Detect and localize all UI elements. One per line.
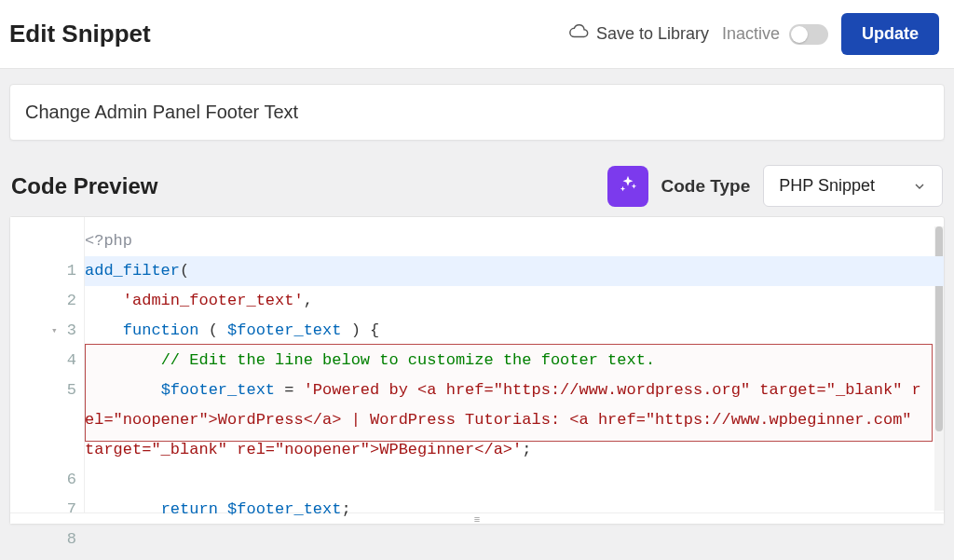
line-number: 5 bbox=[10, 376, 84, 465]
code-type-value: PHP Snippet bbox=[779, 176, 875, 196]
code-line: // Edit the line below to customize the … bbox=[85, 346, 944, 376]
code-line: <?php bbox=[85, 226, 944, 256]
code-line: 'admin_footer_text', bbox=[85, 286, 944, 316]
line-number: 6 bbox=[10, 465, 84, 495]
line-number[interactable]: 3 bbox=[10, 316, 84, 346]
line-number bbox=[10, 226, 84, 256]
code-type-label: Code Type bbox=[661, 176, 751, 197]
ai-generate-button[interactable] bbox=[607, 166, 648, 207]
page-title: Edit Snippet bbox=[9, 20, 151, 48]
line-number: 8 bbox=[10, 525, 84, 554]
status-toggle-group: Inactive bbox=[722, 24, 828, 45]
code-line: $footer_text = 'Powered by <a href="http… bbox=[85, 376, 944, 465]
save-to-library-button[interactable]: Save to Library bbox=[568, 21, 709, 47]
active-toggle[interactable] bbox=[789, 24, 828, 45]
code-type-group: Code Type PHP Snippet bbox=[607, 165, 943, 207]
code-line bbox=[85, 465, 944, 495]
cloud-icon bbox=[568, 21, 589, 47]
code-pane[interactable]: <?php add_filter( 'admin_footer_text', f… bbox=[85, 217, 944, 524]
chevron-down-icon bbox=[912, 179, 927, 194]
code-line: return $footer_text; bbox=[85, 495, 944, 524]
line-number: 1 bbox=[10, 256, 84, 286]
code-preview-title: Code Preview bbox=[11, 173, 157, 199]
header-actions: Save to Library Inactive Update bbox=[568, 13, 939, 55]
code-editor[interactable]: 1 2 3 4 5 6 7 8 <?php add_filter( 'admin… bbox=[9, 216, 945, 525]
code-section-head: Code Preview Code Type PHP Snippet bbox=[9, 165, 945, 207]
snippet-title-input[interactable]: Change Admin Panel Footer Text bbox=[9, 84, 945, 141]
line-number: 2 bbox=[10, 286, 84, 316]
line-number: 4 bbox=[10, 346, 84, 376]
status-label: Inactive bbox=[722, 24, 780, 44]
line-gutter: 1 2 3 4 5 6 7 8 bbox=[10, 217, 85, 524]
save-to-library-label: Save to Library bbox=[596, 24, 709, 44]
content: Change Admin Panel Footer Text Code Prev… bbox=[0, 69, 954, 525]
sparkle-icon bbox=[618, 174, 638, 198]
update-button[interactable]: Update bbox=[841, 13, 939, 55]
code-line: function ( $footer_text ) { bbox=[85, 316, 944, 346]
code-type-select[interactable]: PHP Snippet bbox=[763, 165, 943, 207]
code-line: add_filter( bbox=[85, 256, 944, 286]
page-header: Edit Snippet Save to Library Inactive Up… bbox=[0, 0, 954, 69]
